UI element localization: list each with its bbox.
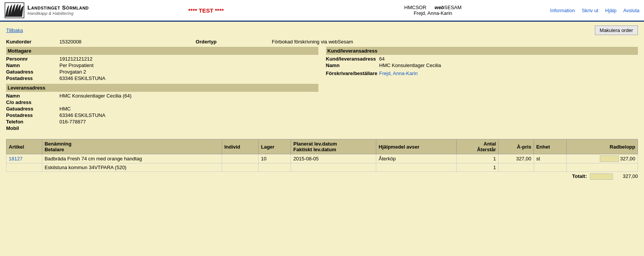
postadress-value: 63346 ESKILSTUNA <box>59 75 105 81</box>
totalt-row: Totalt: 327,00 <box>6 173 638 180</box>
col-artikel: Artikel <box>6 139 42 154</box>
namn-label: Namn <box>6 62 59 68</box>
kund-leverans-field: Kund/leveransadress 64 <box>326 56 638 62</box>
top-row: Tillbaka Makulera order <box>6 26 638 35</box>
personnr-value: 191212121212 <box>59 56 93 62</box>
co-label: C/o adress <box>6 99 59 105</box>
cell-hjalpmedel: Återköp <box>376 154 457 163</box>
postadress-field: Postadress 63346 ESKILSTUNA <box>6 75 318 82</box>
skriv-ut-link[interactable]: Skriv ut <box>582 8 598 13</box>
lev-gatu-value: HMC <box>59 106 71 112</box>
mobil-label: Mobil <box>6 125 59 131</box>
telefon-label: Telefon <box>6 119 59 125</box>
gatuadress-value: Provgatan 2 <box>59 69 86 75</box>
gatuadress-label: Gatuadress <box>6 69 59 75</box>
gatuadress-field: Gatuadress Provgatan 2 <box>6 69 318 75</box>
system-info: HMCSOR webSESAM Frejd, Anna-Karin <box>323 5 543 16</box>
ordertyp-value: Förbokad förskrivning via webSesam <box>272 39 353 45</box>
information-link[interactable]: Information <box>550 8 575 13</box>
left-column: Mottagare Personnr 191212121212 Namn Per… <box>6 47 318 82</box>
cell-aterstaar: 1 <box>456 163 498 172</box>
col-hjalpmedel: Hjälpmedel avser <box>376 139 457 154</box>
cell-radbelopp: 327,00 <box>567 154 638 163</box>
namn-value: Per Provpatient <box>59 62 94 68</box>
col-radbelopp: Radbelopp <box>567 139 638 154</box>
totalt-label: Totalt: <box>572 173 587 180</box>
lev-namn-field: Namn HMC Konsulentlager Cecilia (64) <box>6 93 318 99</box>
logo-text: Landstinget Sörmland Handikapp & Habilit… <box>27 4 89 16</box>
lev-gatu-field: Gatuadress HMC <box>6 106 318 112</box>
order-table: Artikel Benämning Betalare Individ Lager… <box>6 139 638 172</box>
col-individ: Individ <box>222 139 258 154</box>
forskrivare-label: Förskrivare/beställare <box>326 70 379 76</box>
cell-artikel[interactable]: 18127 <box>6 154 42 163</box>
cell-enhet: st <box>534 154 566 163</box>
mobil-field: Mobil <box>6 125 318 131</box>
kund-leverans-label: Kund/leveransadress <box>326 56 379 62</box>
cell-betalare: Eskilstuna kommun 34VTPARA (520) <box>42 163 222 172</box>
logo-subtitle: Handikapp & Habilitering <box>27 11 89 16</box>
kundorder-row: Kundorder 15320008 Ordertyp Förbokad för… <box>6 38 638 45</box>
lev-namn-value: HMC Konsulentlager Cecilia (64) <box>59 93 131 99</box>
kundorder-label: Kundorder <box>6 39 59 45</box>
cell-radbelopp-empty <box>567 163 638 172</box>
cell-faktiskt <box>291 163 376 172</box>
telefon-field: Telefon 016-778877 <box>6 118 318 125</box>
app-name: HMCSOR <box>404 5 427 10</box>
lev-post-value: 63346 ESKILSTUNA <box>59 112 105 118</box>
hjalp-link[interactable]: Hjälp <box>605 8 617 13</box>
lev-gatu-label: Gatuadress <box>6 106 59 112</box>
nav-links: Information Skriv ut Hjälp Avsluta <box>550 8 639 13</box>
forskrivare-link[interactable]: Frejd, Anna-Karin <box>379 70 418 76</box>
kund-leverans-header: Kund/leveransadress <box>326 47 638 55</box>
col-planerat: Planerat lev.datum Faktiskt lev.datum <box>291 139 376 154</box>
namn-kund-field: Namn HMC Konsulentlager Cecilia <box>326 62 638 69</box>
cell-enhet-empty <box>534 163 566 172</box>
cell-lager: 10 <box>259 154 291 163</box>
user-line: Frejd, Anna-Karin <box>323 10 543 16</box>
col-enhet: Enhet <box>534 139 566 154</box>
cell-individ-empty <box>222 163 258 172</box>
personnr-field: Personnr 191212121212 <box>6 56 318 62</box>
makulera-button[interactable]: Makulera order <box>595 26 638 35</box>
cell-benamning: Badbräda Fresh 74 cm med orange handtag <box>42 154 222 163</box>
right-column: Kund/leveransadress Kund/leveransadress … <box>326 47 638 82</box>
telefon-value: 016-778877 <box>59 119 86 125</box>
postadress-label: Postadress <box>6 75 59 81</box>
kundorder-field: Kundorder 15320008 <box>6 38 81 45</box>
sesam-label: SESAM <box>444 5 462 10</box>
cell-apris: 327,00 <box>499 154 534 163</box>
cell-lager-empty <box>259 163 291 172</box>
ordertyp-field: Ordertyp Förbokad förskrivning via webSe… <box>196 38 353 45</box>
leverans-right <box>326 84 638 131</box>
logo-title: Landstinget Sörmland <box>27 4 89 11</box>
cell-apris-empty <box>499 163 534 172</box>
col-lager: Lager <box>259 139 291 154</box>
kundorder-value: 15320008 <box>59 39 81 45</box>
personnr-label: Personnr <box>6 56 59 62</box>
cell-hjalpmedel-empty <box>376 163 457 172</box>
back-link[interactable]: Tillbaka <box>6 27 23 33</box>
namn-kund-value: HMC Konsulentlager Cecilia <box>379 62 441 68</box>
totalt-amount: 327,00 <box>615 173 638 180</box>
leverans-section: Leveransadress Namn HMC Konsulentlager C… <box>6 84 638 131</box>
col-apris: À-pris <box>499 139 534 154</box>
table-row-betalare: Eskilstuna kommun 34VTPARA (520) 1 <box>6 163 638 172</box>
test-banner: **** TEST **** <box>96 7 316 14</box>
totalt-value <box>590 173 613 180</box>
cell-planerat: 2015-08-05 <box>291 154 376 163</box>
main-content: Tillbaka Makulera order Kundorder 153200… <box>0 22 644 184</box>
col-benamning: Benämning Betalare <box>42 139 222 154</box>
namn-kund-label: Namn <box>326 62 379 68</box>
order-table-area: Artikel Benämning Betalare Individ Lager… <box>6 139 638 180</box>
header: Landstinget Sörmland Handikapp & Habilit… <box>0 0 644 22</box>
leverans-left: Leveransadress Namn HMC Konsulentlager C… <box>6 84 318 131</box>
info-section: Mottagare Personnr 191212121212 Namn Per… <box>6 47 638 82</box>
kund-leverans-value: 64 <box>379 56 385 62</box>
logo-icon <box>5 2 24 18</box>
avsluta-link[interactable]: Avsluta <box>623 8 639 13</box>
leveransadress-header: Leveransadress <box>6 84 318 92</box>
ordertyp-label: Ordertyp <box>196 39 249 45</box>
cell-individ <box>222 154 258 163</box>
forskrivare-value: Frejd, Anna-Karin <box>379 70 418 76</box>
